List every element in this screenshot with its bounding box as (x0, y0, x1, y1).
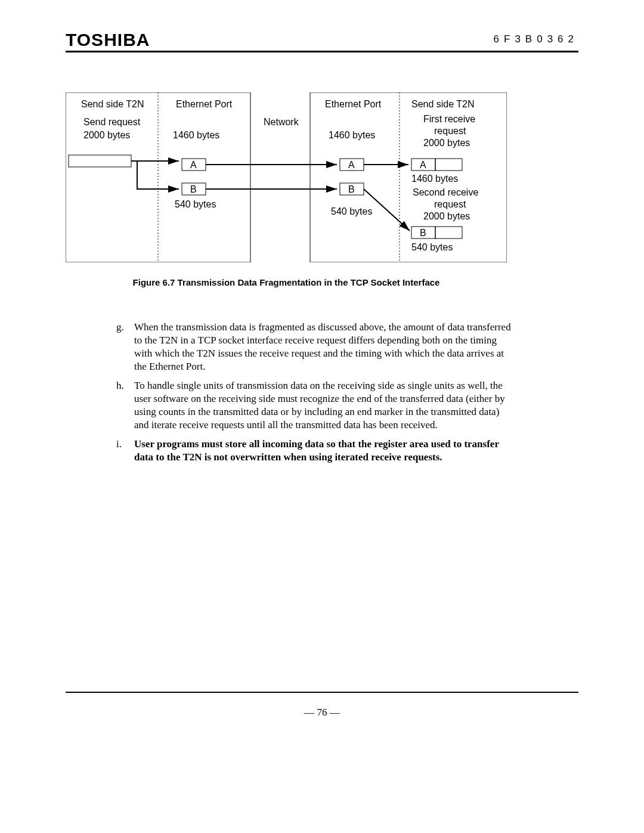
paragraph-text: User programs must store all incoming da… (134, 438, 513, 464)
label-second-receive-3: 2000 bytes (423, 210, 470, 222)
label-540-right: 540 bytes (331, 206, 372, 218)
svg-rect-2 (69, 155, 131, 167)
paragraph-g: g. When the transmission data is fragmen… (116, 321, 513, 373)
list-marker: g. (116, 321, 134, 373)
paragraph-i: i. User programs must store all incoming… (116, 438, 513, 464)
label-540-left: 540 bytes (175, 199, 216, 210)
figure-transmission-fragmentation: Send side T2N Send request 2000 bytes Et… (66, 92, 507, 262)
document-number: 6F3B0362 (494, 33, 578, 45)
svg-rect-12 (435, 227, 462, 239)
page-header: TOSHIBA 6F3B0362 (66, 30, 578, 50)
label-eth-right: Ethernet Port (325, 98, 381, 110)
label-recv-b: B (420, 227, 426, 239)
body-text: g. When the transmission data is fragmen… (116, 321, 513, 470)
paragraph-text: When the transmission data is fragmented… (134, 321, 513, 373)
label-recv-a: A (420, 159, 426, 171)
svg-rect-5 (310, 92, 507, 262)
list-marker: i. (116, 438, 134, 464)
label-send-bytes: 2000 bytes (83, 129, 130, 141)
label-recv-b-bytes: 540 bytes (411, 241, 453, 253)
page-number: — 76 — (0, 707, 644, 719)
label-eth-left: Ethernet Port (176, 98, 232, 110)
header-rule (66, 51, 578, 52)
paragraph-h: h. To handle single units of transmissio… (116, 379, 513, 432)
label-box-b-left: B (190, 184, 197, 196)
label-send-request: Send request (83, 116, 140, 128)
label-send-side-right: Send side T2N (411, 98, 475, 110)
label-recv-a-bytes: 1460 bytes (411, 173, 458, 185)
label-network: Network (264, 116, 299, 128)
footer-rule (66, 692, 578, 693)
label-box-a-right: A (348, 159, 355, 171)
label-first-receive-2: request (434, 125, 466, 137)
page: TOSHIBA 6F3B0362 (0, 0, 644, 833)
list-marker: h. (116, 379, 134, 432)
label-second-receive: Second receive (413, 187, 478, 199)
label-first-receive-3: 2000 bytes (423, 137, 470, 149)
label-box-a-left: A (190, 159, 197, 171)
label-first-receive: First receive (423, 113, 475, 125)
label-send-side-left: Send side T2N (81, 98, 144, 110)
label-1460-left: 1460 bytes (173, 129, 219, 141)
label-second-receive-2: request (434, 199, 466, 210)
figure-caption: Figure 6.7 Transmission Data Fragmentati… (66, 277, 507, 287)
paragraph-text: To handle single units of transmission d… (134, 379, 513, 432)
label-1460-right: 1460 bytes (329, 129, 375, 141)
label-box-b-right: B (348, 184, 355, 196)
svg-rect-10 (435, 159, 462, 171)
